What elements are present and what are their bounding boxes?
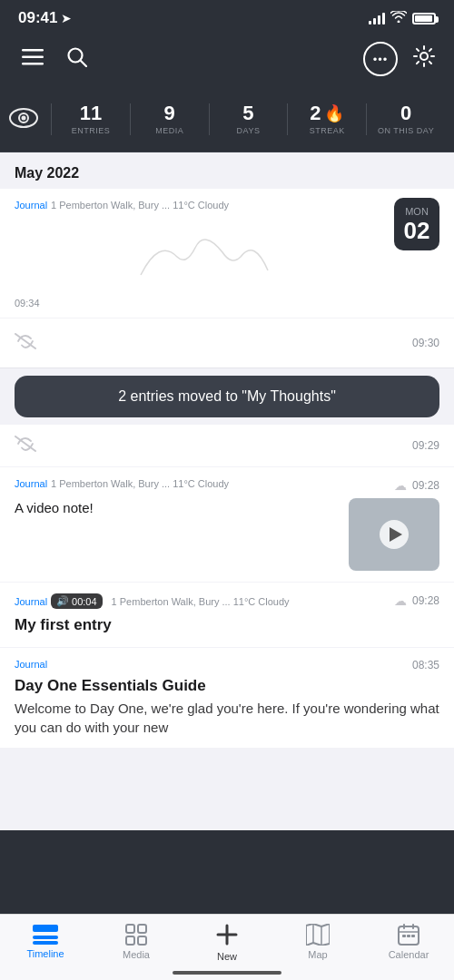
svg-line-4 [81, 61, 87, 67]
svg-rect-9 [33, 925, 58, 932]
entries-count: 11 [80, 103, 102, 123]
entry-location: 1 Pemberton Walk, Bury ... 11°C Cloudy [112, 596, 290, 607]
entry-body-text: A video note! [15, 498, 338, 517]
list-item[interactable]: 09:30 [0, 318, 454, 368]
svg-rect-10 [33, 936, 58, 939]
onthisday-label: ON THIS DAY [378, 126, 434, 135]
svg-rect-0 [22, 49, 44, 52]
entry-location: 1 Pemberton Walk, Bury ... 11°C Cloudy [51, 200, 229, 211]
header-left [18, 44, 91, 74]
entry-content: A video note! [15, 498, 338, 517]
entry-preview: Welcome to Day One, we're glad you're he… [15, 699, 439, 737]
menu-button[interactable] [18, 45, 47, 73]
media-label: MEDIA [155, 126, 183, 135]
entry-time: 09:28 [412, 594, 439, 607]
entries-label: ENTRIES [72, 126, 111, 135]
entry-meta: Journal 1 Pemberton Walk, Bury ... 11°C … [15, 478, 229, 489]
play-icon [390, 527, 402, 542]
status-bar: 09:41 ➤ [0, 0, 454, 33]
svg-rect-27 [411, 935, 415, 937]
nav-map-label: Map [308, 949, 327, 960]
entry-time: 09:28 [412, 479, 439, 492]
map-icon [306, 924, 330, 946]
location-arrow-icon: ➤ [61, 11, 72, 25]
audio-duration: 00:04 [72, 596, 97, 607]
journal-name: Journal [15, 478, 47, 489]
media-count: 9 [164, 103, 175, 123]
list-item[interactable]: Journal 🔊 00:04 1 Pemberton Walk, Bury .… [0, 583, 454, 647]
entry-body-text: My first entry [15, 614, 439, 636]
status-time: 09:41 [18, 9, 57, 27]
stat-onthisday: 0 ON THIS DAY [366, 103, 445, 135]
days-label: DAYS [237, 126, 261, 135]
settings-button[interactable] [412, 44, 436, 74]
stat-streak: 2 🔥 STREAK [287, 103, 366, 135]
more-button[interactable]: ••• [363, 42, 398, 76]
play-button[interactable] [380, 520, 409, 549]
entry-time: 09:29 [412, 439, 439, 452]
entry-header: Journal 1 Pemberton Walk, Bury ... 11°C … [15, 200, 439, 211]
hidden-eye-icon-2 [15, 434, 36, 457]
nav-new[interactable]: New [195, 922, 259, 962]
header-right: ••• [363, 42, 436, 76]
svg-rect-26 [407, 935, 410, 937]
journal-name: Journal [15, 659, 47, 670]
svg-point-8 [22, 115, 26, 120]
calendar-icon [398, 924, 419, 946]
battery-icon [412, 13, 436, 24]
cloud-icon: ☁ [394, 478, 407, 493]
flame-icon: 🔥 [324, 105, 344, 122]
nav-media-label: Media [123, 949, 150, 960]
entry-body: Day One Essentials Guide Welcome to Day … [15, 677, 439, 737]
list-item[interactable]: Journal 08:35 Day One Essentials Guide W… [0, 648, 454, 748]
entry-time: 08:35 [412, 659, 439, 671]
stats-bar: 11 ENTRIES 9 MEDIA 5 DAYS 2 🔥 STREAK 0 O… [0, 91, 454, 152]
svg-rect-1 [22, 56, 44, 59]
date-badge: MON 02 [394, 198, 439, 250]
month-header: May 2022 [0, 152, 454, 189]
video-thumbnail[interactable] [349, 498, 439, 571]
days-count: 5 [242, 103, 253, 123]
timeline-icon [33, 925, 58, 945]
svg-rect-15 [138, 936, 146, 945]
status-icons [369, 11, 436, 25]
home-indicator [173, 971, 281, 975]
entry-meta: Journal 1 Pemberton Walk, Bury ... 11°C … [15, 200, 229, 211]
entry-location: 1 Pemberton Walk, Bury ... 11°C Cloudy [51, 478, 229, 489]
wifi-icon [390, 11, 407, 25]
svg-rect-2 [22, 63, 44, 65]
timeline-content: May 2022 Journal 1 Pemberton Walk, Bury … [0, 152, 454, 830]
toast-text: 2 entries moved to "My Thoughts" [118, 388, 336, 404]
stat-media: 9 MEDIA [130, 103, 209, 135]
signal-icon [369, 12, 385, 24]
hidden-eye-icon [15, 331, 36, 355]
entry-body: A video note! [15, 498, 439, 571]
svg-rect-14 [126, 936, 134, 945]
nav-timeline-label: Timeline [26, 948, 64, 959]
svg-marker-18 [306, 924, 330, 946]
nav-timeline[interactable]: Timeline [14, 925, 77, 959]
streak-label: STREAK [310, 126, 345, 135]
entry-meta: Journal 🔊 00:04 1 Pemberton Walk, Bury .… [15, 593, 290, 609]
nav-calendar-label: Calendar [389, 949, 429, 960]
eye-icon [9, 105, 38, 134]
nav-calendar[interactable]: Calendar [377, 924, 440, 960]
speaker-icon: 🔊 [56, 595, 69, 607]
nav-map[interactable]: Map [286, 924, 350, 960]
onthisday-count: 0 [400, 103, 411, 123]
list-item[interactable]: 09:29 [0, 425, 454, 466]
list-item[interactable]: Journal 1 Pemberton Walk, Bury ... 11°C … [0, 467, 454, 582]
svg-rect-25 [402, 935, 406, 937]
toast-notification: 2 entries moved to "My Thoughts" [15, 376, 439, 417]
nav-media[interactable]: Media [104, 924, 168, 960]
svg-rect-12 [126, 925, 134, 933]
list-item[interactable]: Journal 1 Pemberton Walk, Bury ... 11°C … [0, 189, 454, 318]
search-button[interactable] [64, 44, 91, 74]
entry-title: Day One Essentials Guide [15, 677, 439, 695]
cloud-icon: ☁ [394, 593, 407, 608]
streak-count: 2 🔥 [310, 103, 344, 123]
entry-meta: Journal [15, 659, 47, 670]
svg-rect-13 [138, 925, 146, 933]
stat-days: 5 DAYS [209, 103, 288, 135]
entry-time: 09:34 [15, 298, 40, 309]
